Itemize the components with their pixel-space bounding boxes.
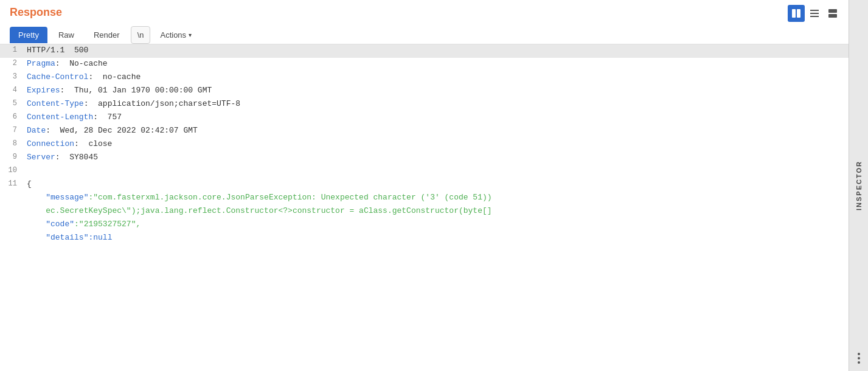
table-row: "message":"com.fasterxml.jackson.core.Js…	[0, 192, 849, 205]
newline-button[interactable]: \n	[131, 26, 151, 44]
svg-rect-1	[797, 9, 800, 18]
response-title: Response	[10, 6, 62, 19]
table-row: 11 {	[0, 178, 849, 192]
svg-rect-6	[828, 14, 837, 18]
table-row: 3 Cache-Control: no-cache	[0, 71, 849, 85]
table-row: 6 Content-Length: 757	[0, 111, 849, 125]
svg-rect-4	[810, 16, 819, 17]
svg-rect-5	[828, 9, 837, 13]
actions-button[interactable]: Actions ▾	[153, 27, 199, 43]
table-row: 10	[0, 165, 849, 178]
tab-render[interactable]: Render	[85, 27, 128, 43]
actions-label: Actions	[160, 30, 186, 40]
table-row: "code":"2195327527",	[0, 218, 849, 232]
table-row: 8 Connection: close	[0, 138, 849, 151]
list-view-button[interactable]	[806, 5, 823, 22]
context-menu-dots[interactable]	[858, 353, 860, 364]
dot-2	[858, 357, 860, 359]
table-row: ec.SecretKeySpec\");java.lang.reflect.Co…	[0, 205, 849, 218]
svg-rect-2	[810, 10, 819, 11]
split-view-button[interactable]	[788, 5, 805, 22]
inspector-label: INSPECTOR	[855, 161, 863, 210]
svg-rect-3	[810, 13, 819, 14]
response-body[interactable]: 1 HTTP/1.1 500 2 Pragma: No-cache 3 Cach…	[0, 44, 849, 371]
table-row: 4 Expires: Thu, 01 Jan 1970 00:00:00 GMT	[0, 85, 849, 98]
table-row: 2 Pragma: No-cache	[0, 58, 849, 71]
inspector-sidebar: INSPECTOR	[849, 0, 868, 371]
table-row: 9 Server: SY8045	[0, 151, 849, 165]
response-header: Response	[0, 0, 849, 23]
panel-view-button[interactable]	[824, 5, 841, 22]
dot-3	[858, 361, 860, 364]
layout-icons	[788, 5, 841, 22]
table-row: 7 Date: Wed, 28 Dec 2022 02:42:07 GMT	[0, 125, 849, 138]
dot-1	[858, 353, 860, 355]
tab-pretty[interactable]: Pretty	[10, 27, 47, 43]
tab-raw[interactable]: Raw	[50, 27, 83, 43]
table-row: 5 Content-Type: application/json;charset…	[0, 98, 849, 111]
table-row: 1 HTTP/1.1 500	[0, 44, 849, 58]
svg-rect-0	[792, 9, 796, 18]
table-row: "details":null	[0, 232, 849, 245]
toolbar: Pretty Raw Render \n Actions ▾	[0, 23, 849, 44]
chevron-down-icon: ▾	[189, 32, 192, 38]
